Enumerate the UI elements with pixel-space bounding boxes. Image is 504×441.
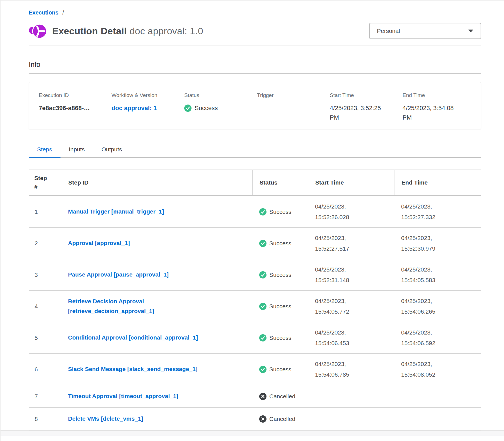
end-time-value: 4/25/2023, 3:54:08 PM	[403, 103, 460, 122]
field-label: End Time	[403, 92, 475, 98]
success-icon	[259, 240, 266, 247]
breadcrumb: Executions /	[29, 9, 481, 16]
step-end-time: 04/25/2023, 15:54:08.052	[394, 359, 481, 380]
success-icon	[259, 208, 266, 215]
chevron-down-icon	[468, 30, 473, 32]
step-link[interactable]: Slack Send Message [slack_send_message_1…	[68, 364, 198, 374]
info-section-heading: Info	[29, 60, 481, 69]
status-badge: Success	[252, 240, 308, 247]
step-number: 2	[29, 240, 61, 247]
page-title: Execution Detaildoc approval: 1.0	[52, 26, 203, 37]
cancelled-icon	[259, 393, 266, 400]
step-link[interactable]: Approval [approval_1]	[68, 238, 130, 248]
step-link[interactable]: Pause Approval [pause_approval_1]	[68, 270, 169, 280]
step-number: 1	[29, 209, 61, 215]
column-header-start-time: Start Time	[308, 170, 394, 195]
status-badge: Success	[184, 103, 257, 113]
table-header: Step # Step ID Status Start Time End Tim…	[29, 169, 481, 196]
table-row: 8 Delete VMs [delete_vms_1] Cancelled	[29, 408, 481, 430]
success-icon	[259, 366, 266, 373]
window-left-edge	[0, 0, 1, 441]
status-text: Success	[269, 209, 291, 215]
workflow-version-link[interactable]: doc approval: 1	[112, 105, 157, 112]
table-row: 5 Conditional Approval [conditional_appr…	[29, 322, 481, 354]
table-row: 3 Pause Approval [pause_approval_1] Succ…	[29, 259, 481, 291]
workflow-icon	[29, 22, 47, 40]
column-header-status: Status	[252, 170, 308, 195]
status-text: Success	[195, 103, 218, 113]
step-start-time	[308, 393, 394, 400]
success-icon	[259, 334, 266, 341]
tab-steps[interactable]: Steps	[29, 142, 60, 157]
page-title-sub: doc approval: 1.0	[130, 26, 203, 36]
tab-inputs[interactable]: Inputs	[60, 142, 93, 157]
step-start-time: 04/25/2023, 15:52:26.028	[308, 201, 394, 222]
success-icon	[259, 303, 266, 310]
status-badge: Cancelled	[252, 393, 308, 400]
table-row: 2 Approval [approval_1] Success 04/25/20…	[29, 228, 481, 259]
step-start-time: 04/25/2023, 15:52:27.517	[308, 233, 394, 254]
step-end-time: 04/25/2023, 15:54:06.265	[394, 296, 481, 317]
field-label: Start Time	[330, 92, 403, 98]
step-number: 7	[29, 393, 61, 400]
status-text: Success	[269, 240, 291, 247]
step-end-time: 04/25/2023, 15:52:30.979	[394, 233, 481, 254]
page-title-main: Execution Detail	[52, 26, 127, 36]
step-number: 6	[29, 366, 61, 373]
tab-bar: Steps Inputs Outputs	[29, 142, 481, 158]
step-link[interactable]: Conditional Approval [conditional_approv…	[68, 333, 198, 343]
step-link[interactable]: Timeout Approval [timeout_approval_1]	[68, 391, 178, 401]
info-field-trigger: Trigger	[257, 92, 330, 129]
execution-id-value: 7e8ac396-a868-…	[39, 103, 112, 113]
info-field-execution-id: Execution ID 7e8ac396-a868-…	[39, 92, 112, 129]
breadcrumb-separator: /	[62, 9, 64, 16]
window-top-edge	[0, 0, 504, 1]
status-badge: Success	[252, 334, 308, 341]
step-link[interactable]: Delete VMs [delete_vms_1]	[68, 414, 143, 424]
status-badge: Success	[252, 303, 308, 310]
step-number: 8	[29, 416, 61, 422]
execution-detail-page: Executions / Execution Detaildoc approva…	[0, 0, 504, 430]
status-text: Cancelled	[269, 416, 295, 422]
status-text: Success	[269, 303, 291, 310]
status-text: Success	[269, 366, 291, 373]
cancelled-icon	[259, 415, 266, 423]
status-badge: Success	[252, 208, 308, 215]
title-row: Execution Detaildoc approval: 1.0 Person…	[29, 22, 481, 40]
info-field-end-time: End Time 4/25/2023, 3:54:08 PM	[403, 92, 475, 129]
step-link[interactable]: Retrieve Decision Approval [retrieve_dec…	[68, 297, 224, 316]
tab-outputs[interactable]: Outputs	[93, 142, 130, 157]
table-row: 4 Retrieve Decision Approval [retrieve_d…	[29, 291, 481, 322]
project-scope-select[interactable]: Personal	[369, 23, 481, 39]
column-header-step-number: Step #	[29, 170, 61, 195]
title-divider	[29, 45, 481, 45]
step-link[interactable]: Manual Trigger [manual_trigger_1]	[68, 207, 164, 217]
table-row: 6 Slack Send Message [slack_send_message…	[29, 354, 481, 385]
step-end-time: 04/25/2023, 15:54:06.592	[394, 327, 481, 348]
step-start-time: 04/25/2023, 15:52:31.148	[308, 264, 394, 285]
status-text: Success	[269, 272, 291, 278]
field-label: Workflow & Version	[112, 92, 184, 98]
column-header-step-id: Step ID	[61, 170, 252, 195]
table-row: 1 Manual Trigger [manual_trigger_1] Succ…	[29, 196, 481, 228]
status-badge: Success	[252, 271, 308, 278]
breadcrumb-executions-link[interactable]: Executions	[29, 9, 59, 16]
step-end-time: 04/25/2023, 15:52:27.332	[394, 201, 481, 222]
field-label: Trigger	[257, 92, 330, 98]
step-start-time: 04/25/2023, 15:54:06.453	[308, 327, 394, 348]
steps-table: Step # Step ID Status Start Time End Tim…	[29, 169, 481, 430]
info-divider	[29, 73, 481, 74]
status-badge: Success	[252, 366, 308, 373]
step-number: 4	[29, 303, 61, 310]
start-time-value: 4/25/2023, 3:52:25 PM	[330, 103, 387, 122]
table-row: 7 Timeout Approval [timeout_approval_1] …	[29, 385, 481, 408]
step-start-time: 04/25/2023, 15:54:06.785	[308, 359, 394, 380]
success-icon	[259, 271, 266, 278]
info-field-start-time: Start Time 4/25/2023, 3:52:25 PM	[330, 92, 403, 129]
status-badge: Cancelled	[252, 415, 308, 423]
step-start-time: 04/25/2023, 15:54:05.772	[308, 296, 394, 317]
page-bottom-strip	[0, 430, 504, 436]
step-end-time	[394, 393, 481, 400]
step-end-time	[394, 416, 481, 422]
step-number: 3	[29, 272, 61, 278]
